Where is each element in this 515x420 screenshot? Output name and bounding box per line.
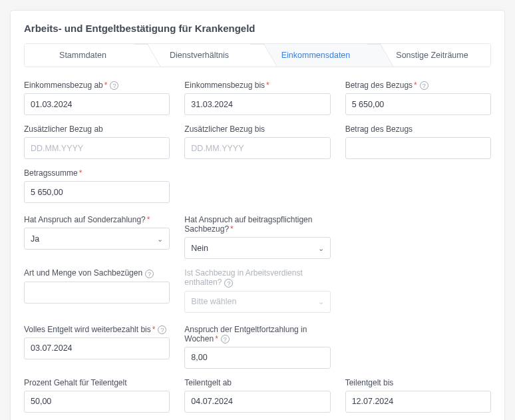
select-sachbezug-enthalten (184, 291, 330, 313)
input-teilentgelt-ab[interactable] (184, 391, 330, 413)
label-teilentgelt-ab: Teilentgelt ab (184, 378, 330, 387)
input-betragssumme[interactable] (24, 181, 170, 203)
input-zus-ab[interactable] (24, 137, 170, 159)
input-volles-entgelt[interactable] (24, 337, 170, 359)
info-icon: ? (224, 279, 233, 288)
label-volles-entgelt: Volles Entgelt wird weiterbezahlt bis*? (24, 325, 170, 334)
label-einkommen-bis: Einkommensbezug bis* (184, 81, 330, 90)
label-sonderzahlung: Hat Anspruch auf Sonderzahlung?* (24, 215, 170, 224)
section-sachbezug: Hat Anspruch auf Sonderzahlung?* ⌄ Hat A… (24, 215, 491, 312)
label-anspruch-wochen: Anspruch der Entgeltfortzahlung in Woche… (184, 325, 330, 343)
label-sachbezug-pflichtig: Hat Anspruch auf beitragspflichtigen Sac… (184, 215, 330, 234)
input-betrag-bezug[interactable] (345, 93, 491, 115)
info-icon[interactable]: ? (145, 270, 154, 278)
label-prozent-teil: Prozent Gehalt für Teilentgelt (24, 378, 170, 387)
info-icon[interactable]: ? (221, 335, 230, 343)
page-title: Arbeits- und Entgeltbestätigung für Kran… (24, 23, 491, 34)
input-betrag-bezug2[interactable] (345, 137, 491, 159)
select-sonderzahlung[interactable] (24, 228, 170, 250)
select-sachbezug-pflichtig[interactable] (184, 237, 330, 259)
input-anspruch-wochen[interactable] (184, 347, 330, 369)
label-sachbezug-enthalten: Ist Sachbezug in Arbeitsverdienst enthal… (184, 268, 330, 287)
input-teilentgelt-bis[interactable] (345, 391, 491, 413)
label-teilentgelt-bis: Teilentgelt bis (345, 378, 491, 387)
info-icon[interactable]: ? (110, 81, 118, 90)
input-art-sachbezug[interactable] (24, 282, 170, 304)
tab-stammdaten[interactable]: Stammdaten (25, 44, 141, 67)
label-zus-ab: Zusätzlicher Bezug ab (24, 124, 170, 134)
label-betrag-bezug: Betrag des Bezugs*? (345, 81, 491, 90)
info-icon[interactable]: ? (420, 81, 429, 90)
input-prozent-teil[interactable] (24, 391, 170, 413)
label-zus-bis: Zusätzlicher Bezug bis (184, 124, 330, 134)
input-einkommen-ab[interactable] (24, 93, 170, 115)
label-art-sachbezug: Art und Menge von Sachbezügen? (24, 268, 170, 278)
step-tabs: Stammdaten Dienstverhältnis Einkommensda… (24, 43, 491, 67)
label-betragssumme: Betragssumme* (24, 168, 170, 178)
info-icon[interactable]: ? (158, 325, 166, 334)
input-einkommen-bis[interactable] (184, 93, 330, 115)
section-einkommen: Einkommensbezug ab*? Einkommensbezug bis… (24, 81, 491, 203)
label-einkommen-ab: Einkommensbezug ab*? (24, 81, 170, 90)
form-card: Arbeits- und Entgeltbestätigung für Kran… (10, 10, 505, 420)
label-betrag-bezug2: Betrag des Bezugs (345, 124, 491, 134)
section-entgelt: Volles Entgelt wird weiterbezahlt bis*? … (24, 325, 491, 420)
input-zus-bis[interactable] (184, 137, 330, 159)
